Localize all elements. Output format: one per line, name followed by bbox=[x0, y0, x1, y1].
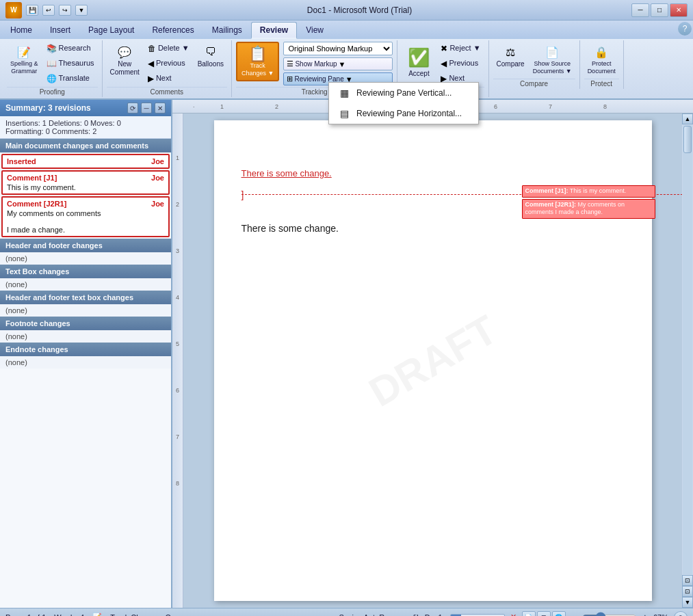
rp-main-section-header: Main document changes and comments bbox=[0, 139, 171, 152]
zoom-in-btn[interactable]: + bbox=[642, 612, 648, 617]
reviewing-pane-vertical-item[interactable]: ▦ Reviewing Pane Vertical... bbox=[329, 83, 478, 103]
rp-header-footer-none: (none) bbox=[0, 252, 171, 265]
zoom-fit-btn[interactable]: ⊕ bbox=[674, 611, 688, 617]
scroll-thumb[interactable] bbox=[683, 126, 692, 153]
new-comment-btn[interactable]: 💬 NewComment bbox=[107, 42, 143, 79]
translate-icon: 🌐 bbox=[47, 74, 57, 83]
accept-btn[interactable]: ✅ Accept bbox=[402, 42, 436, 81]
previous-comment-btn[interactable]: ◀ Previous bbox=[144, 57, 193, 70]
v-ruler-4: 4 bbox=[176, 294, 179, 301]
show-markup-btn[interactable]: ☰ Show Markup ▼ bbox=[283, 57, 393, 70]
v-ruler-6: 6 bbox=[176, 387, 179, 394]
page-info: Page: 1 of 1 bbox=[5, 613, 46, 617]
zoom-slider[interactable] bbox=[582, 613, 637, 617]
document-page[interactable]: DRAFT There is some change. ] bbox=[214, 120, 652, 601]
rp-endnote-section: Endnote changes bbox=[0, 343, 171, 356]
comments-content: 💬 NewComment 🗑 Delete ▼ ◀ Previous ▶ Nex… bbox=[107, 42, 227, 85]
thesaurus-icon: 📖 bbox=[47, 59, 57, 68]
undo-btn[interactable]: ↩ bbox=[42, 5, 55, 16]
vertical-scrollbar[interactable]: ▲ ⊡ ⊡ ▼ bbox=[682, 113, 693, 608]
scroll-page-up-btn[interactable]: ⊡ bbox=[682, 575, 693, 586]
reviewing-pane-dropdown: ▦ Reviewing Pane Vertical... ▤ Reviewing… bbox=[328, 82, 479, 124]
reject-btn[interactable]: ✖ Reject ▼ bbox=[437, 42, 484, 55]
redo-btn[interactable]: ↪ bbox=[59, 5, 71, 16]
rp-comment-j1-text: This is my comment. bbox=[7, 183, 164, 191]
rp-textbox-none: (none) bbox=[0, 278, 171, 291]
doc-body-text: There is some change. bbox=[241, 223, 618, 234]
previous-change-btn[interactable]: ◀ Previous bbox=[437, 57, 484, 70]
reviewing-pane-vertical-label: Reviewing Pane Vertical... bbox=[356, 88, 452, 98]
help-btn[interactable]: ? bbox=[678, 22, 692, 36]
thesaurus-btn[interactable]: 📖 Thesaurus bbox=[43, 57, 98, 70]
rp-textbox-section: Text Box changes bbox=[0, 265, 171, 278]
balloons-btn[interactable]: 🗨 Balloons bbox=[194, 42, 227, 70]
rp-entry-comment-j1[interactable]: Comment [J1] Joe This is my comment. bbox=[1, 170, 170, 195]
full-screen-btn[interactable]: ⊞ bbox=[537, 611, 551, 617]
zoom-out-btn[interactable]: − bbox=[571, 612, 577, 617]
show-source-btn[interactable]: 📄 Show SourceDocuments ▼ bbox=[529, 42, 575, 77]
show-source-icon: 📄 bbox=[544, 44, 560, 60]
tab-insert[interactable]: Insert bbox=[41, 22, 79, 39]
tab-home[interactable]: Home bbox=[1, 22, 41, 39]
rp-hf-textbox-section: Header and footer text box changes bbox=[0, 291, 171, 304]
delete-btn[interactable]: 🗑 Delete ▼ bbox=[144, 42, 193, 55]
protect-document-btn[interactable]: 🔒 ProtectDocument bbox=[584, 42, 619, 77]
rp-entry-inserted-header: Inserted Joe bbox=[7, 157, 164, 165]
protect-document-label: ProtectDocument bbox=[588, 60, 616, 75]
protect-document-icon: 🔒 bbox=[593, 44, 610, 60]
tab-references[interactable]: References bbox=[143, 22, 202, 39]
spelling-grammar-btn[interactable]: 📝 Spelling &Grammar bbox=[7, 42, 42, 77]
research-btn[interactable]: 📚 Research bbox=[43, 42, 98, 55]
tab-mailings[interactable]: Mailings bbox=[203, 22, 251, 39]
tab-view[interactable]: View bbox=[297, 22, 332, 39]
comment-bubble-j1[interactable]: Comment [J1]: This is my comment. bbox=[522, 185, 655, 198]
proofing-group: 📝 Spelling &Grammar 📚 Research 📖 Thesaur… bbox=[3, 40, 103, 97]
rp-inserted-author: Joe bbox=[151, 157, 164, 165]
track-changes-btn[interactable]: 📋 TrackChanges ▼ bbox=[236, 42, 279, 81]
rp-collapse-btn[interactable]: ─ bbox=[141, 103, 152, 113]
rp-entry-comment-j2r1[interactable]: Comment [J2R1] Joe My comments on commen… bbox=[1, 196, 170, 237]
comment-bubble-j2r1[interactable]: Comment [J2R1]: My comments on comments … bbox=[522, 199, 655, 219]
proofing-content: 📝 Spelling &Grammar 📚 Research 📖 Thesaur… bbox=[7, 42, 98, 85]
scroll-track[interactable] bbox=[683, 125, 692, 574]
title-text: Doc1 - Microsoft Word (Trial) bbox=[307, 5, 412, 15]
reviewing-pane-icon: ⊞ bbox=[287, 75, 293, 83]
reviewing-pane-horizontal-item[interactable]: ▤ Reviewing Pane Horizontal... bbox=[329, 103, 478, 124]
reject-label: Reject ▼ bbox=[449, 44, 480, 53]
comments-group: 💬 NewComment 🗑 Delete ▼ ◀ Previous ▶ Nex… bbox=[103, 40, 232, 97]
v-ruler-3: 3 bbox=[176, 247, 179, 254]
scroll-up-btn[interactable]: ▲ bbox=[682, 113, 693, 124]
show-markup-arrow: ▼ bbox=[339, 60, 346, 68]
ruler-6: 6 bbox=[494, 103, 497, 110]
new-comment-label: NewComment bbox=[110, 60, 140, 77]
scroll-down-btn[interactable]: ▼ bbox=[682, 597, 693, 608]
translate-btn[interactable]: 🌐 Translate bbox=[43, 72, 98, 85]
main-layout: Summary: 3 revisions ⟳ ─ ✕ Insertions: 1… bbox=[0, 100, 693, 608]
tab-page-layout[interactable]: Page Layout bbox=[79, 22, 143, 39]
markup-dropdown[interactable]: Original Showing Markup Final Showing Ma… bbox=[283, 42, 393, 55]
scroll-page-down-btn[interactable]: ⊡ bbox=[682, 586, 693, 597]
compare-btn[interactable]: ⚖ Compare bbox=[493, 42, 528, 70]
rp-summary-insertions: Insertions: 1 Deletions: 0 Moves: 0 bbox=[5, 119, 166, 127]
quick-save-btn[interactable]: 💾 bbox=[26, 5, 38, 16]
compare-icon: ⚖ bbox=[502, 44, 519, 60]
tab-review[interactable]: Review bbox=[251, 22, 297, 39]
close-btn[interactable]: ✕ bbox=[670, 3, 688, 17]
error-icon[interactable]: ✕ bbox=[510, 613, 517, 616]
minimize-btn[interactable]: ─ bbox=[631, 3, 649, 17]
prev-change-icon: ◀ bbox=[441, 59, 447, 68]
reviewing-pane-horizontal-label: Reviewing Pane Horizontal... bbox=[356, 109, 462, 118]
rp-close-btn[interactable]: ✕ bbox=[155, 103, 166, 113]
rp-entry-inserted[interactable]: Inserted Joe bbox=[1, 154, 170, 169]
print-layout-btn[interactable]: 📄 bbox=[522, 611, 536, 617]
proofing-small-btns: 📚 Research 📖 Thesaurus 🌐 Translate bbox=[43, 42, 98, 85]
balloons-label: Balloons bbox=[198, 60, 224, 68]
next-comment-btn[interactable]: ▶ Next bbox=[144, 72, 193, 85]
customize-btn[interactable]: ▼ bbox=[75, 5, 88, 16]
v-ruler-2: 2 bbox=[176, 201, 179, 208]
web-layout-btn[interactable]: 🌐 bbox=[552, 611, 566, 617]
maximize-btn[interactable]: □ bbox=[651, 3, 668, 17]
rp-refresh-btn[interactable]: ⟳ bbox=[127, 103, 138, 113]
spell-check-icon[interactable]: 📝 bbox=[92, 613, 102, 616]
compare-content: ⚖ Compare 📄 Show SourceDocuments ▼ bbox=[493, 42, 575, 77]
